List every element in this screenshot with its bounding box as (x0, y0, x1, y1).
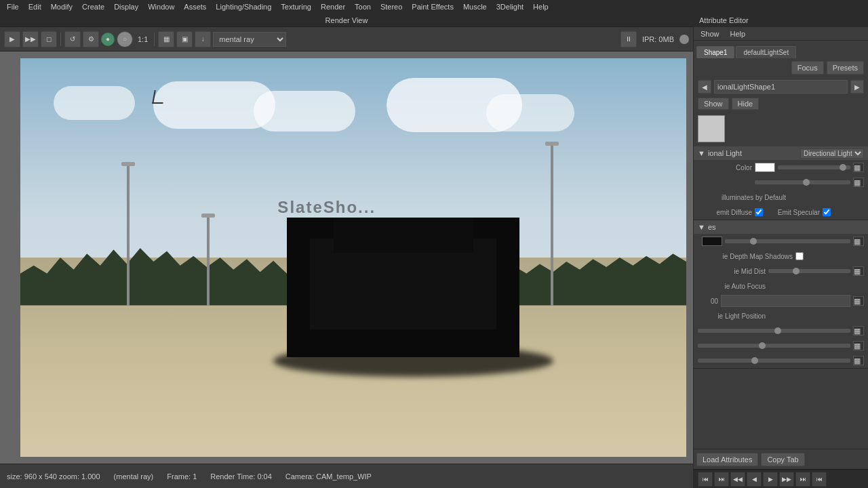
value-map-btn[interactable]: ▦ (853, 296, 864, 306)
menu-stereo[interactable]: Stereo (376, 1, 406, 12)
attr-editor-title-text: Attribute Editor (699, 16, 749, 24)
depth-map-checkbox[interactable] (795, 252, 804, 260)
shadow-slider[interactable] (725, 239, 850, 243)
snapshot-btn[interactable]: ◻ (41, 31, 57, 47)
hide-button[interactable]: Hide (732, 98, 760, 110)
transport-prev-key[interactable]: ⏭ (714, 472, 729, 487)
options-btn[interactable]: ⚙ (83, 31, 99, 47)
attr-section-shadows-header[interactable]: ▼ es (694, 220, 868, 234)
attr-tab-shape1[interactable]: Shape1 (696, 46, 734, 58)
color-map-btn[interactable]: ▦ (853, 163, 864, 172)
pos-x-slider[interactable] (698, 329, 850, 333)
color-swatch[interactable] (698, 115, 725, 142)
load-attrs-button[interactable]: Load Attributes (696, 453, 758, 466)
menu-toon[interactable]: Toon (351, 1, 375, 12)
menu-window[interactable]: Window (144, 1, 178, 12)
attr-panel-scroll[interactable]: ▼ ional Light Directional Light Color ▦ (694, 146, 868, 449)
attr-value-field[interactable] (721, 295, 850, 307)
menu-3delight[interactable]: 3Delight (492, 1, 528, 12)
transport-play[interactable]: ▶ (763, 472, 778, 487)
pos-y-slider[interactable] (698, 344, 850, 348)
mid-dist-map-btn[interactable]: ▦ (853, 266, 864, 276)
menu-render[interactable]: Render (317, 1, 349, 12)
attr-menu-show[interactable]: Show (696, 28, 724, 39)
menu-assets[interactable]: Assets (180, 1, 210, 12)
save-btn[interactable]: ↓ (195, 31, 211, 47)
color-picker-btn[interactable] (755, 163, 775, 172)
color-slider-thumb[interactable] (840, 164, 846, 171)
attr-row-pos-x: ▦ (694, 323, 868, 338)
node-arrow-right[interactable]: ▶ (850, 80, 864, 94)
menu-file[interactable]: File (3, 1, 23, 12)
display-btn[interactable]: ▣ (176, 31, 193, 47)
region-btn[interactable]: ▦ (158, 31, 174, 47)
attr-label-value: 00 (698, 298, 718, 305)
transport-step-back[interactable]: ◀◀ (730, 472, 745, 487)
transport-next-key[interactable]: ⏭ (795, 472, 810, 487)
transport-skip-start[interactable]: ⏮ (698, 472, 713, 487)
attr-section-shadows-label: es (708, 223, 716, 231)
menu-lighting[interactable]: Lighting/Shading (212, 1, 275, 12)
node-arrow-left[interactable]: ◀ (698, 80, 711, 94)
pos-y-thumb[interactable] (759, 342, 766, 349)
node-name-input[interactable] (714, 80, 848, 94)
attr-btn-row: Focus Presets (694, 58, 868, 77)
render-canvas-area[interactable]: SlateSho... (0, 52, 693, 464)
light-type-dropdown[interactable]: Directional Light (800, 148, 864, 159)
intensity-slider[interactable] (755, 180, 850, 184)
color-btn[interactable]: ● (101, 33, 115, 46)
emit-specular-checkbox[interactable] (823, 208, 831, 216)
menu-display[interactable]: Display (110, 1, 142, 12)
pos-x-map-btn[interactable]: ▦ (853, 326, 864, 336)
pos-x-thumb[interactable] (774, 327, 781, 334)
shadow-color-btn[interactable] (702, 237, 722, 246)
shadow-map-btn[interactable]: ▦ (853, 237, 864, 246)
street-light-1 (127, 166, 130, 306)
ipr-render-btn[interactable]: ▶▶ (22, 31, 39, 47)
mid-dist-thumb[interactable] (793, 268, 800, 274)
attr-row-pos-z: ▦ (694, 353, 868, 368)
pos-z-slider[interactable] (698, 359, 850, 363)
attr-section-light-header[interactable]: ▼ ional Light Directional Light (694, 146, 868, 160)
frame-status: Frame: 1 (167, 472, 197, 481)
attr-tabs: Shape1 defaultLightSet (694, 41, 868, 58)
color-swatch-area (694, 111, 868, 146)
intensity-map-btn[interactable]: ▦ (853, 178, 864, 187)
render-view-title: Render View (326, 16, 368, 24)
menu-edit[interactable]: Edit (24, 1, 45, 12)
presets-button[interactable]: Presets (827, 61, 864, 75)
render-btn[interactable]: ▶ (4, 31, 20, 47)
emit-diffuse-checkbox[interactable] (755, 208, 763, 216)
attr-section-shadows: ▼ es ▦ ie Depth Map Shadows (694, 220, 868, 369)
focus-button[interactable]: Focus (791, 61, 824, 75)
transport-back[interactable]: ◀ (747, 472, 762, 487)
menu-paint-effects[interactable]: Paint Effects (408, 1, 458, 12)
menu-help[interactable]: Help (529, 1, 553, 12)
attr-menu-help[interactable]: Help (726, 28, 750, 39)
transport-forward[interactable]: ▶▶ (779, 472, 794, 487)
sphere-btn[interactable]: ○ (117, 31, 133, 47)
show-button[interactable]: Show (698, 98, 729, 110)
attr-row-shadow-color: ▦ (694, 234, 868, 249)
menu-create[interactable]: Create (78, 1, 108, 12)
pos-z-thumb[interactable] (751, 357, 758, 364)
shadow-slider-thumb[interactable] (750, 238, 757, 245)
renderer-dropdown[interactable]: mental ray Maya Software Maya Hardware (213, 32, 286, 47)
pos-y-map-btn[interactable]: ▦ (853, 341, 864, 350)
pos-z-map-btn[interactable]: ▦ (853, 356, 864, 365)
render-title-bar: Render View (0, 14, 693, 27)
main-building (287, 218, 520, 357)
refresh-btn[interactable]: ↺ (64, 31, 81, 47)
mid-dist-slider[interactable] (768, 269, 850, 273)
menu-modify[interactable]: Modify (47, 1, 77, 12)
transport-skip-end[interactable]: ⏮ (812, 472, 827, 487)
intensity-slider-thumb[interactable] (803, 179, 810, 186)
ipr-indicator (679, 35, 689, 44)
color-slider[interactable] (778, 165, 850, 169)
attr-tab-defaultlightset[interactable]: defaultLightSet (736, 46, 796, 58)
copy-tab-button[interactable]: Copy Tab (761, 453, 804, 466)
pause-btn[interactable]: ⏸ (620, 31, 637, 47)
ipr-label: IPR: 0MB (639, 35, 677, 43)
menu-texturing[interactable]: Texturing (277, 1, 315, 12)
menu-muscle[interactable]: Muscle (459, 1, 491, 12)
